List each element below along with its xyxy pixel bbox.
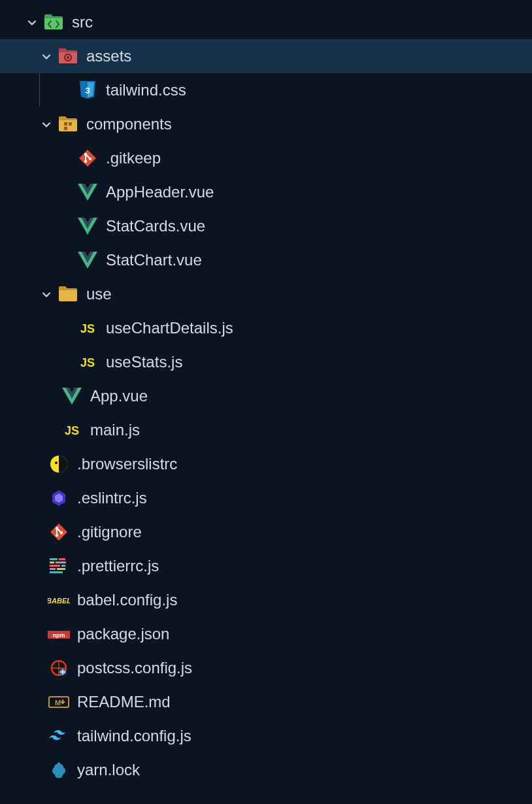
svg-rect-18 xyxy=(59,558,65,560)
file-main-js[interactable]: JS main.js xyxy=(0,413,532,447)
file-label: .browserslistrc xyxy=(77,455,177,473)
file-label: babel.config.js xyxy=(77,591,177,609)
svg-rect-5 xyxy=(64,127,67,130)
js-icon: JS xyxy=(60,422,84,438)
markdown-icon: M xyxy=(47,695,71,709)
svg-rect-17 xyxy=(50,558,58,560)
file-yarn-lock[interactable]: yarn.lock xyxy=(0,753,532,787)
svg-rect-20 xyxy=(56,561,66,563)
svg-rect-22 xyxy=(61,565,65,567)
file-app-vue[interactable]: App.vue xyxy=(0,379,532,413)
file-label: yarn.lock xyxy=(77,761,140,779)
file-eslintrc[interactable]: .eslintrc.js xyxy=(0,481,532,515)
chevron-down-icon xyxy=(37,118,56,130)
folder-components-icon xyxy=(56,116,80,133)
file-babel-config[interactable]: BABEL babel.config.js xyxy=(0,583,532,617)
file-label: AppHeader.vue xyxy=(106,183,214,201)
file-label: main.js xyxy=(90,421,140,439)
file-browserslistrc[interactable]: .browserslistrc xyxy=(0,447,532,481)
folder-label: components xyxy=(86,115,172,133)
file-label: App.vue xyxy=(90,387,148,405)
file-postcss-config[interactable]: postcss.config.js xyxy=(0,651,532,685)
file-stat-chart-vue[interactable]: StatChart.vue xyxy=(0,243,532,277)
file-label: README.md xyxy=(77,693,171,711)
babel-icon: BABEL xyxy=(47,593,71,607)
prettier-icon xyxy=(47,558,71,574)
svg-text:JS: JS xyxy=(80,356,95,369)
file-label: package.json xyxy=(77,625,169,643)
folder-use[interactable]: use xyxy=(0,277,532,311)
folder-label: src xyxy=(72,13,93,31)
folder-open-icon xyxy=(56,286,80,303)
js-icon: JS xyxy=(76,320,99,336)
svg-rect-24 xyxy=(57,568,65,570)
file-app-header-vue[interactable]: AppHeader.vue xyxy=(0,175,532,209)
file-gitkeep[interactable]: .gitkeep xyxy=(0,141,532,175)
file-tree: src assets 3 tailwind.css components xyxy=(0,0,532,787)
svg-point-13 xyxy=(55,461,58,464)
svg-point-8 xyxy=(89,158,91,160)
git-icon xyxy=(47,523,71,541)
svg-point-16 xyxy=(60,531,63,534)
file-use-stats-js[interactable]: JS useStats.js xyxy=(0,345,532,379)
git-icon xyxy=(76,149,99,167)
svg-point-15 xyxy=(56,534,58,537)
postcss-icon xyxy=(47,659,71,677)
file-tailwind-config[interactable]: tailwind.config.js xyxy=(0,719,532,753)
js-icon: JS xyxy=(76,354,99,370)
tailwind-icon xyxy=(47,729,71,743)
folder-label: assets xyxy=(86,47,131,65)
vue-icon xyxy=(76,184,99,201)
svg-rect-21 xyxy=(50,565,60,567)
file-label: .gitignore xyxy=(77,523,142,541)
svg-rect-4 xyxy=(69,122,72,126)
svg-rect-3 xyxy=(64,122,67,126)
file-label: tailwind.config.js xyxy=(77,727,191,745)
svg-text:JS: JS xyxy=(80,322,95,335)
vue-icon xyxy=(76,252,99,269)
eslint-icon xyxy=(47,489,71,507)
css-icon: 3 xyxy=(76,80,99,100)
folder-components[interactable]: components xyxy=(0,107,532,141)
file-label: .eslintrc.js xyxy=(77,489,147,507)
svg-text:npm: npm xyxy=(53,632,65,639)
file-label: .prettierrc.js xyxy=(77,557,159,575)
folder-assets-icon xyxy=(56,48,80,65)
file-label: StatChart.vue xyxy=(106,251,202,269)
svg-point-7 xyxy=(84,160,87,163)
svg-rect-23 xyxy=(50,568,56,570)
file-label: useStats.js xyxy=(106,353,182,371)
folder-src-icon xyxy=(42,14,65,31)
vue-icon xyxy=(60,388,84,405)
folder-assets[interactable]: assets xyxy=(0,39,532,73)
file-label: StatCards.vue xyxy=(106,217,205,235)
chevron-down-icon xyxy=(22,16,42,28)
svg-text:3: 3 xyxy=(85,86,90,95)
svg-rect-19 xyxy=(50,561,54,563)
svg-text:M: M xyxy=(55,699,61,707)
svg-text:JS: JS xyxy=(65,424,79,437)
folder-src[interactable]: src xyxy=(0,5,532,39)
svg-point-14 xyxy=(56,527,58,529)
vue-icon xyxy=(76,218,99,235)
file-label: .gitkeep xyxy=(106,149,161,167)
file-label: postcss.config.js xyxy=(77,659,192,677)
chevron-down-icon xyxy=(37,50,56,62)
folder-label: use xyxy=(86,285,112,303)
browserslist-icon xyxy=(47,455,71,473)
yarn-icon xyxy=(47,761,71,779)
file-readme[interactable]: M README.md xyxy=(0,685,532,719)
file-tailwind-css[interactable]: 3 tailwind.css xyxy=(0,73,532,107)
file-label: useChartDetails.js xyxy=(106,319,233,337)
file-use-chart-details-js[interactable]: JS useChartDetails.js xyxy=(0,311,532,345)
file-label: tailwind.css xyxy=(106,81,186,99)
svg-point-1 xyxy=(67,56,69,59)
file-gitignore[interactable]: .gitignore xyxy=(0,515,532,549)
npm-icon: npm xyxy=(47,628,71,640)
file-package-json[interactable]: npm package.json xyxy=(0,617,532,651)
file-stat-cards-vue[interactable]: StatCards.vue xyxy=(0,209,532,243)
file-prettierrc[interactable]: .prettierrc.js xyxy=(0,549,532,583)
svg-point-6 xyxy=(84,153,87,156)
svg-text:BABEL: BABEL xyxy=(48,597,70,605)
chevron-down-icon xyxy=(37,288,56,300)
